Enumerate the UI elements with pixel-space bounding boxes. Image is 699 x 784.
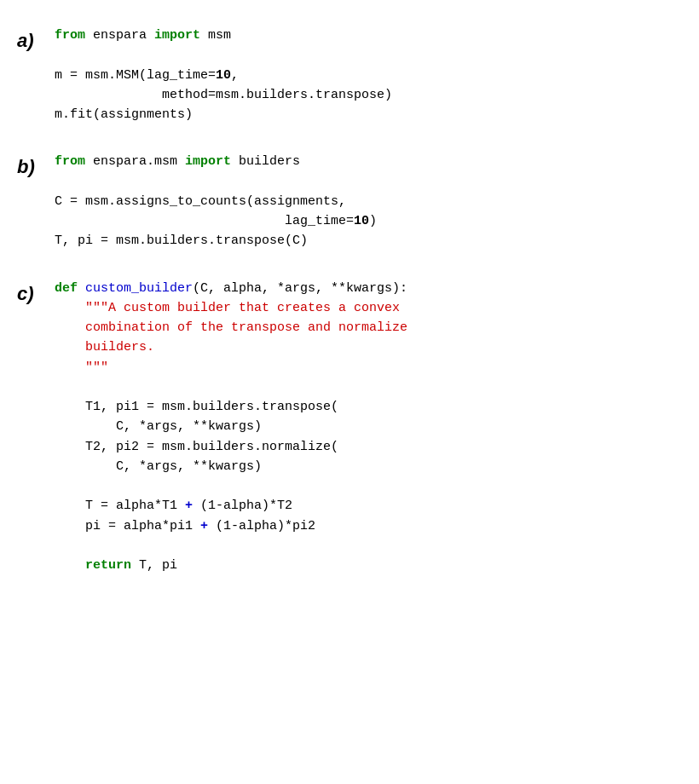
code-token-2-0-1	[78, 281, 85, 296]
code-section-2: c)def custom_builder(C, alpha, *args, **…	[17, 279, 682, 576]
code-line-2-3: builders.	[55, 337, 682, 357]
code-token-1-0-2: import	[185, 154, 231, 169]
code-token-2-12-2: (1-alpha)*pi2	[208, 519, 315, 533]
code-line-2-4: """	[55, 358, 682, 378]
code-token-2-3-0	[55, 340, 85, 355]
code-token-2-6-0: T1, pi1 = msm.builders.transpose(	[55, 400, 338, 414]
code-block-2: def custom_builder(C, alpha, *args, **kw…	[55, 279, 682, 576]
code-token-1-3-2: )	[369, 214, 377, 228]
code-token-2-12-0: pi = alpha*pi1	[55, 519, 200, 533]
code-line-2-14: return T, pi	[55, 556, 682, 575]
code-token-2-2-1: combination of the transpose and normali…	[85, 320, 407, 335]
code-section-0: a)from enspara import msm m = msm.MSM(la…	[17, 26, 682, 124]
code-token-2-14-1: return	[85, 558, 131, 573]
code-token-2-14-2: T, pi	[131, 558, 177, 573]
code-line-2-0: def custom_builder(C, alpha, *args, **kw…	[55, 279, 682, 298]
code-token-0-0-3: msm	[200, 28, 231, 43]
code-token-2-0-2: custom_builder	[85, 281, 193, 296]
code-line-2-6: T1, pi1 = msm.builders.transpose(	[55, 397, 682, 417]
code-token-0-0-2: import	[154, 28, 200, 43]
code-line-2-5	[55, 378, 682, 397]
code-token-2-9-0: C, *args, **kwargs)	[55, 459, 262, 474]
code-line-1-3: lag_time=10)	[55, 211, 682, 231]
code-token-2-12-1: +	[200, 519, 208, 533]
code-token-0-0-0: from	[55, 28, 85, 43]
code-line-0-3: method=msm.builders.transpose)	[55, 85, 682, 105]
code-token-2-11-2: (1-alpha)*T2	[193, 499, 292, 513]
code-token-1-2-0: C = msm.assigns_to_counts(assignments,	[55, 194, 346, 209]
code-line-0-2: m = msm.MSM(lag_time=10,	[55, 66, 682, 85]
code-token-2-4-0	[55, 360, 85, 375]
code-line-2-11: T = alpha*T1 + (1-alpha)*T2	[55, 496, 682, 516]
code-token-2-2-0	[55, 320, 85, 335]
code-line-2-12: pi = alpha*pi1 + (1-alpha)*pi2	[55, 516, 682, 536]
code-token-2-0-0: def	[55, 281, 78, 296]
code-line-2-7: C, *args, **kwargs)	[55, 417, 682, 436]
code-line-1-4: T, pi = msm.builders.transpose(C)	[55, 231, 682, 251]
code-token-2-1-1: """A custom builder that creates a conve…	[85, 301, 400, 315]
code-token-0-3-0: method=msm.builders.transpose)	[55, 88, 392, 102]
code-line-0-4: m.fit(assignments)	[55, 105, 682, 124]
code-token-1-0-3: builders	[231, 154, 300, 169]
code-token-0-0-1: enspara	[85, 28, 154, 43]
code-token-0-2-2: ,	[231, 68, 239, 83]
code-token-0-2-0: m = msm.MSM(lag_time=	[55, 68, 216, 83]
code-line-2-13	[55, 536, 682, 556]
code-line-1-2: C = msm.assigns_to_counts(assignments,	[55, 192, 682, 211]
section-label-0: a)	[17, 26, 55, 55]
code-line-2-1: """A custom builder that creates a conve…	[55, 298, 682, 318]
code-token-0-2-1: 10	[216, 68, 231, 83]
code-document: a)from enspara import msm m = msm.MSM(la…	[17, 26, 682, 575]
code-token-0-4-0: m.fit(assignments)	[55, 107, 193, 122]
code-token-2-7-0: C, *args, **kwargs)	[55, 419, 262, 434]
code-line-1-1	[55, 172, 682, 192]
code-line-2-9: C, *args, **kwargs)	[55, 457, 682, 476]
code-line-0-0: from enspara import msm	[55, 26, 682, 45]
code-token-1-0-1: enspara.msm	[85, 154, 185, 169]
code-line-2-10	[55, 476, 682, 496]
code-line-1-0: from enspara.msm import builders	[55, 152, 682, 171]
section-label-2: c)	[17, 279, 55, 308]
code-token-2-4-1: """	[85, 360, 108, 375]
code-line-2-8: T2, pi2 = msm.builders.normalize(	[55, 437, 682, 457]
code-token-2-14-0	[55, 558, 85, 573]
code-token-1-4-0: T, pi = msm.builders.transpose(C)	[55, 233, 308, 248]
code-line-0-1	[55, 45, 682, 65]
code-token-2-11-0: T = alpha*T1	[55, 499, 185, 513]
code-block-0: from enspara import msm m = msm.MSM(lag_…	[55, 26, 682, 124]
code-token-2-11-1: +	[185, 499, 193, 513]
code-token-2-1-0	[55, 301, 85, 315]
code-section-1: b)from enspara.msm import builders C = m…	[17, 152, 682, 251]
section-label-1: b)	[17, 152, 55, 182]
code-token-2-8-0: T2, pi2 = msm.builders.normalize(	[55, 440, 338, 454]
code-line-2-2: combination of the transpose and normali…	[55, 318, 682, 337]
code-token-1-3-0: lag_time=	[55, 214, 354, 228]
code-token-2-3-1: builders.	[85, 340, 154, 355]
code-token-1-3-1: 10	[354, 214, 369, 228]
code-block-1: from enspara.msm import builders C = msm…	[55, 152, 682, 251]
code-token-1-0-0: from	[55, 154, 85, 169]
code-token-2-0-3: (C, alpha, *args, **kwargs):	[193, 281, 407, 296]
